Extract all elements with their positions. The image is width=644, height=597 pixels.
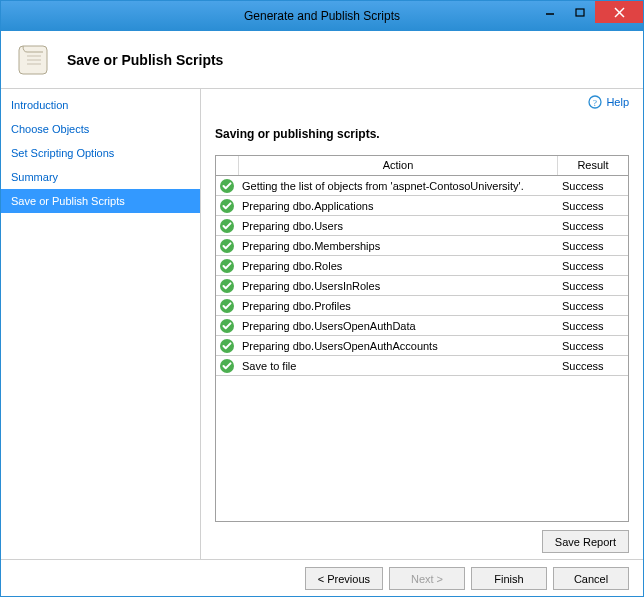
cell-result: Success <box>558 260 628 272</box>
table-row: Preparing dbo.ProfilesSuccess <box>216 296 628 316</box>
cell-result: Success <box>558 240 628 252</box>
maximize-icon <box>575 7 585 17</box>
table-row: Preparing dbo.UsersSuccess <box>216 216 628 236</box>
close-button[interactable] <box>595 1 643 23</box>
table-body: Getting the list of objects from 'aspnet… <box>216 176 628 521</box>
cancel-button[interactable]: Cancel <box>553 567 629 590</box>
cell-result: Success <box>558 300 628 312</box>
svg-rect-1 <box>576 9 584 16</box>
table-row: Preparing dbo.MembershipsSuccess <box>216 236 628 256</box>
success-icon <box>216 218 238 234</box>
cell-action: Preparing dbo.Users <box>238 220 558 232</box>
footer: < Previous Next > Finish Cancel <box>1 559 643 597</box>
success-icon <box>216 178 238 194</box>
svg-text:?: ? <box>593 98 597 108</box>
cell-result: Success <box>558 280 628 292</box>
cell-action: Preparing dbo.Memberships <box>238 240 558 252</box>
cell-action: Preparing dbo.Roles <box>238 260 558 272</box>
sidebar-item-0[interactable]: Introduction <box>1 93 200 117</box>
previous-button[interactable]: < Previous <box>305 567 383 590</box>
close-icon <box>614 7 625 18</box>
cell-result: Success <box>558 360 628 372</box>
success-icon <box>216 298 238 314</box>
help-link[interactable]: ? Help <box>588 95 629 109</box>
table-row: Preparing dbo.UsersOpenAuthAccountsSucce… <box>216 336 628 356</box>
cell-action: Preparing dbo.Profiles <box>238 300 558 312</box>
table-row: Preparing dbo.UsersOpenAuthDataSuccess <box>216 316 628 336</box>
table-row: Preparing dbo.UsersInRolesSuccess <box>216 276 628 296</box>
success-icon <box>216 278 238 294</box>
next-button: Next > <box>389 567 465 590</box>
cell-action: Preparing dbo.UsersOpenAuthData <box>238 320 558 332</box>
main-panel: ? Help Saving or publishing scripts. Act… <box>201 89 643 559</box>
cell-action: Save to file <box>238 360 558 372</box>
status-text: Saving or publishing scripts. <box>215 127 629 141</box>
script-icon <box>17 42 53 78</box>
success-icon <box>216 338 238 354</box>
window-controls <box>535 1 643 23</box>
help-icon: ? <box>588 95 602 109</box>
finish-button[interactable]: Finish <box>471 567 547 590</box>
table-header: Action Result <box>216 156 628 176</box>
results-table: Action Result Getting the list of object… <box>215 155 629 522</box>
cell-action: Preparing dbo.UsersInRoles <box>238 280 558 292</box>
cell-action: Preparing dbo.UsersOpenAuthAccounts <box>238 340 558 352</box>
table-row: Save to fileSuccess <box>216 356 628 376</box>
col-icon <box>216 156 238 175</box>
sidebar: IntroductionChoose ObjectsSet Scripting … <box>1 89 201 559</box>
col-action: Action <box>238 156 558 175</box>
cell-action: Getting the list of objects from 'aspnet… <box>238 180 558 192</box>
cell-action: Preparing dbo.Applications <box>238 200 558 212</box>
sidebar-item-1[interactable]: Choose Objects <box>1 117 200 141</box>
success-icon <box>216 358 238 374</box>
sidebar-item-4[interactable]: Save or Publish Scripts <box>1 189 200 213</box>
help-label: Help <box>606 96 629 108</box>
cell-result: Success <box>558 220 628 232</box>
table-row: Preparing dbo.RolesSuccess <box>216 256 628 276</box>
sidebar-item-3[interactable]: Summary <box>1 165 200 189</box>
body: IntroductionChoose ObjectsSet Scripting … <box>1 89 643 559</box>
titlebar: Generate and Publish Scripts <box>1 1 643 31</box>
success-icon <box>216 238 238 254</box>
minimize-button[interactable] <box>535 1 565 23</box>
success-icon <box>216 258 238 274</box>
success-icon <box>216 318 238 334</box>
save-report-button[interactable]: Save Report <box>542 530 629 553</box>
maximize-button[interactable] <box>565 1 595 23</box>
minimize-icon <box>545 7 555 17</box>
cell-result: Success <box>558 320 628 332</box>
col-result: Result <box>558 156 628 175</box>
report-row: Save Report <box>215 522 629 553</box>
page-title: Save or Publish Scripts <box>67 52 223 68</box>
cell-result: Success <box>558 340 628 352</box>
cell-result: Success <box>558 200 628 212</box>
table-row: Preparing dbo.ApplicationsSuccess <box>216 196 628 216</box>
header: Save or Publish Scripts <box>1 31 643 89</box>
table-row: Getting the list of objects from 'aspnet… <box>216 176 628 196</box>
success-icon <box>216 198 238 214</box>
sidebar-item-2[interactable]: Set Scripting Options <box>1 141 200 165</box>
cell-result: Success <box>558 180 628 192</box>
